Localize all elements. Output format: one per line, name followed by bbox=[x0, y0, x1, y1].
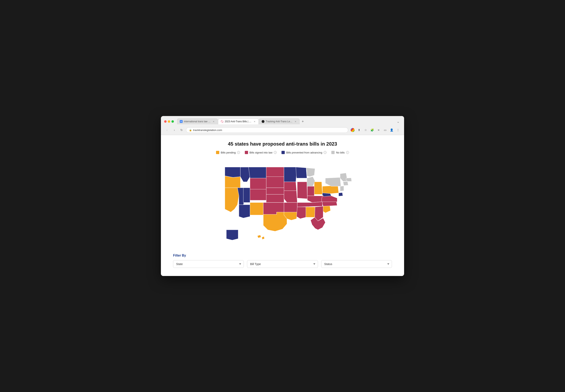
bookmark-icon[interactable]: ☆ bbox=[363, 127, 368, 133]
extensions-icon[interactable]: 🧩 bbox=[369, 127, 375, 133]
forward-button[interactable]: › bbox=[172, 127, 177, 133]
state-mi-upper[interactable] bbox=[306, 168, 315, 177]
tab-1-close[interactable]: ✕ bbox=[212, 120, 215, 123]
tab-1-title: international trans law tracking bbox=[184, 120, 211, 123]
state-ia[interactable] bbox=[284, 182, 296, 191]
state-in[interactable] bbox=[307, 186, 314, 196]
browser-chrome: G international trans law tracking ✕ 202… bbox=[161, 116, 404, 135]
state-ct[interactable] bbox=[343, 182, 348, 185]
state-ms[interactable] bbox=[296, 207, 306, 219]
url-text: tracktranslegislation.com bbox=[193, 128, 222, 132]
state-va[interactable] bbox=[322, 196, 337, 202]
tab-1[interactable]: G international trans law tracking ✕ bbox=[177, 118, 218, 124]
state-ky[interactable] bbox=[307, 196, 322, 203]
filter-row: State Alabama Alaska Arizona Arkansas Ca… bbox=[173, 260, 392, 268]
state-az[interactable] bbox=[239, 205, 250, 218]
legend-swatch-pending bbox=[216, 151, 219, 154]
state-nm[interactable] bbox=[250, 202, 263, 215]
legend-swatch-none bbox=[331, 151, 334, 154]
state-hi2[interactable] bbox=[262, 237, 264, 239]
state-mn[interactable] bbox=[284, 167, 296, 182]
tab-3[interactable]: Tracking Anti-Trans Legislation ✕ bbox=[259, 118, 300, 124]
bill-type-dropdown[interactable]: Bill Type Healthcare Education Sports ID… bbox=[247, 260, 318, 268]
close-button[interactable] bbox=[164, 120, 167, 123]
profile-icon[interactable]: 👤 bbox=[389, 127, 394, 133]
reading-list-icon[interactable]: ≡ bbox=[376, 127, 381, 133]
state-al[interactable] bbox=[306, 207, 315, 217]
minimize-button[interactable] bbox=[168, 120, 170, 123]
tab-2-title: 2023 Anti-Trans Bills | Track Tr bbox=[225, 120, 252, 123]
legend-item-signed: Bills signed into law i bbox=[245, 151, 277, 154]
state-ma[interactable] bbox=[346, 178, 352, 182]
state-ca[interactable] bbox=[225, 188, 239, 212]
state-wy[interactable] bbox=[250, 178, 266, 189]
page-content: 45 states have proposed anti-trans bills… bbox=[161, 135, 404, 276]
filter-by-label: Filter By bbox=[173, 254, 392, 257]
page-title: 45 states have proposed anti-trans bills… bbox=[169, 141, 396, 147]
title-bar: G international trans law tracking ✕ 202… bbox=[161, 116, 404, 126]
state-pa[interactable] bbox=[322, 186, 339, 194]
state-ne[interactable] bbox=[266, 188, 285, 194]
state-sd[interactable] bbox=[266, 177, 284, 188]
tab-3-close[interactable]: ✕ bbox=[294, 120, 297, 123]
state-co[interactable] bbox=[250, 189, 266, 200]
map-container bbox=[169, 159, 396, 248]
legend-info-pending[interactable]: i bbox=[237, 151, 240, 154]
legend-label-none: No bills bbox=[336, 151, 345, 154]
legend-info-signed[interactable]: i bbox=[274, 151, 277, 154]
google-search-icon[interactable] bbox=[350, 127, 355, 133]
share-icon[interactable]: ⬆ bbox=[356, 127, 362, 133]
state-ut[interactable] bbox=[243, 188, 250, 202]
toolbar-icons: ⬆ ☆ 🧩 ≡ ▭ 👤 ⋮ bbox=[350, 127, 401, 133]
menu-icon[interactable]: ⋮ bbox=[395, 127, 401, 133]
legend-swatch-signed bbox=[245, 151, 248, 154]
state-ks[interactable] bbox=[266, 194, 284, 202]
state-ak[interactable] bbox=[226, 230, 238, 240]
traffic-lights bbox=[164, 120, 174, 123]
tab-2[interactable]: 2023 Anti-Trans Bills | Track Tr ✕ bbox=[218, 118, 259, 124]
refresh-button[interactable]: ↻ bbox=[179, 127, 184, 133]
filter-section: Filter By State Alabama Alaska Arizona A… bbox=[169, 254, 396, 268]
state-ar[interactable] bbox=[284, 202, 297, 212]
legend-info-none[interactable]: i bbox=[346, 151, 349, 154]
state-nd[interactable] bbox=[266, 167, 284, 177]
state-wa[interactable] bbox=[225, 167, 241, 177]
legend: Bills pending i Bills signed into law i … bbox=[169, 151, 396, 154]
state-dropdown[interactable]: State Alabama Alaska Arizona Arkansas Ca… bbox=[173, 260, 244, 268]
state-tn[interactable] bbox=[297, 202, 322, 207]
state-mi-lower[interactable] bbox=[307, 177, 315, 186]
tab-2-close[interactable]: ✕ bbox=[253, 120, 256, 123]
tabs-chevron[interactable]: ⌄ bbox=[395, 119, 401, 124]
split-view-icon[interactable]: ▭ bbox=[382, 127, 388, 133]
state-hi[interactable] bbox=[257, 235, 261, 238]
tabs-row: G international trans law tracking ✕ 202… bbox=[177, 118, 401, 124]
address-input[interactable]: 🔒 tracktranslegislation.com bbox=[186, 127, 348, 133]
state-ny[interactable] bbox=[325, 177, 341, 186]
state-wi[interactable] bbox=[296, 167, 307, 178]
state-md[interactable] bbox=[339, 193, 343, 196]
state-tx[interactable] bbox=[263, 212, 287, 231]
state-nj[interactable] bbox=[340, 186, 344, 191]
state-oh[interactable] bbox=[314, 182, 322, 194]
legend-item-none: No bills i bbox=[331, 151, 349, 154]
state-mo[interactable] bbox=[284, 191, 297, 202]
status-dropdown[interactable]: Status Pending Signed into Law Prevented… bbox=[321, 260, 392, 268]
legend-label-prevented: Bills prevented from advancing bbox=[286, 151, 322, 154]
browser-window: G international trans law tracking ✕ 202… bbox=[161, 116, 404, 276]
legend-info-prevented[interactable]: i bbox=[324, 151, 326, 154]
legend-label-signed: Bills signed into law bbox=[249, 151, 272, 154]
state-sc[interactable] bbox=[323, 206, 331, 213]
address-bar: ‹ › ↻ 🔒 tracktranslegislation.com ⬆ ☆ 🧩 … bbox=[161, 126, 404, 135]
us-map bbox=[212, 159, 353, 248]
state-or[interactable] bbox=[225, 176, 241, 188]
maximize-button[interactable] bbox=[172, 120, 174, 123]
legend-label-pending: Bills pending bbox=[221, 151, 236, 154]
new-tab-button[interactable]: + bbox=[300, 119, 306, 124]
state-il[interactable] bbox=[297, 182, 307, 199]
state-id[interactable] bbox=[240, 167, 250, 182]
lock-icon: 🔒 bbox=[189, 129, 192, 131]
tab-3-title: Tracking Anti-Trans Legislation bbox=[266, 120, 293, 123]
back-button[interactable]: ‹ bbox=[164, 127, 170, 133]
legend-item-pending: Bills pending i bbox=[216, 151, 240, 154]
tab-1-favicon: G bbox=[180, 120, 183, 123]
